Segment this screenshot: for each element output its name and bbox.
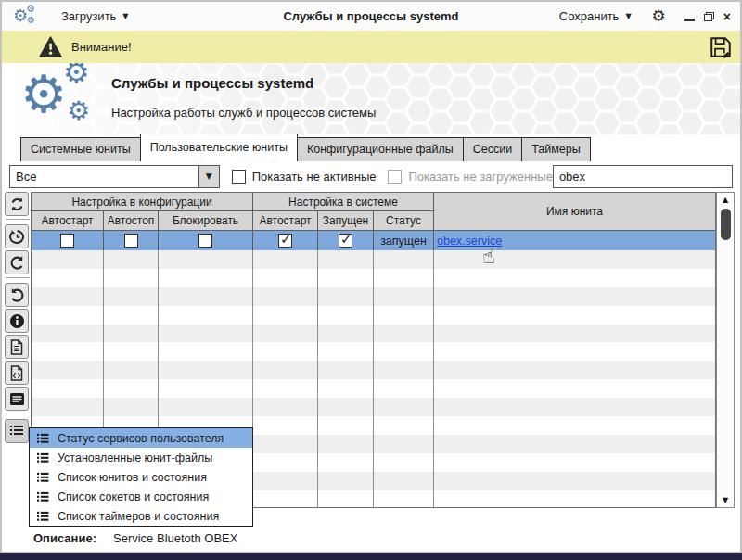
column-header-running-sys: Запущен [318,211,374,231]
window-title: Службы и процессы systemd [187,9,555,23]
autostart-cfg-checkbox[interactable] [60,234,74,248]
hand-cursor-icon: ☝ [482,246,495,267]
unit-row[interactable]: запущен obex.service [32,231,715,250]
group-header-system: Настройка в системе [253,193,434,211]
toolbar-separator [6,219,30,220]
minimize-button[interactable] [684,11,695,21]
toolbar-separator [6,414,30,414]
table-row-empty [32,306,715,325]
list-menu-icon [9,425,24,438]
settings-gear-icon[interactable]: ⚙ [652,8,666,24]
table-row-empty [32,325,715,343]
description-value: Service Bluetoth OBEX [113,531,237,545]
tab-system-units[interactable]: Системные юниты [20,137,141,161]
undo-icon [9,287,25,303]
systemd-gears-logo: ⚙⚙⚙ [20,63,113,134]
title-bar: ⚙⚙⚙ Загрузить ▼ Службы и процессы system… [2,2,740,32]
config-file-button[interactable] [5,335,29,359]
menu-item-user-services-status[interactable]: Статус сервисов пользователя [30,428,252,448]
menu-item-sockets-and-states[interactable]: Список сокетов и состояния [30,487,252,506]
description-label: Описание: [33,531,113,545]
undo-button[interactable] [5,283,29,307]
tab-bar: Системные юниты Пользовательские юниты К… [20,134,740,161]
menu-item-timers-and-states[interactable]: Список таймеров и состояния [30,506,252,526]
warning-triangle-icon [39,36,62,57]
maximize-button[interactable] [704,12,714,21]
menu-item-label: Установленные юнит-файлы [58,452,212,465]
info-icon [9,313,25,329]
unit-source-button[interactable] [5,361,29,385]
table-row-empty [32,287,715,306]
menu-item-label: Список сокетов и состояния [58,490,209,503]
table-row-empty [32,342,715,361]
list-icon [36,491,49,503]
status-lists-button[interactable] [5,419,29,443]
app-header: ⚙⚙⚙ Службы и процессы systemd Настройка … [2,63,740,134]
tab-config-files[interactable]: Конфигурационные файлы [297,137,464,161]
table-header: Настройка в конфигурации Настройка в сис… [32,193,715,231]
column-header-autostop-cfg: Автостоп [104,211,159,231]
menu-item-label: Статус сервисов пользователя [58,432,224,445]
redo-icon [9,255,25,271]
column-header-autostart-cfg: Автостарт [32,211,104,231]
description-row: Описание: Service Bluetoth OBEX [33,531,237,545]
toolbar-separator [6,277,30,278]
autostop-cfg-checkbox[interactable] [124,234,138,248]
save-menu-label: Сохранить [559,9,620,23]
table-row-empty [32,250,715,269]
list-icon [36,433,49,444]
scroll-up-button[interactable]: ▲ [717,193,734,207]
load-menu-button[interactable]: Загрузить ▼ [56,6,134,27]
autostart-sys-checkbox[interactable] [278,234,292,248]
load-menu-label: Загрузить [61,9,116,23]
app-gears-icon: ⚙⚙⚙ [13,6,41,28]
tab-sessions[interactable]: Сессии [463,137,522,161]
table-row-empty [32,269,715,287]
status-value: запущен [380,235,427,248]
document-code-icon [9,365,24,381]
filter-bar: Все ▼ Показать не активные Показать не з… [9,165,733,188]
table-row-empty [32,361,715,379]
tab-timers[interactable]: Таймеры [521,137,591,161]
page-title: Службы и процессы systemd [111,75,313,91]
close-button[interactable]: × [723,9,731,24]
restore-history-button[interactable] [5,224,29,248]
table-row-empty [32,398,715,416]
table-row-empty [32,379,715,398]
scroll-down-button[interactable]: ▼ [717,493,734,507]
redo-button[interactable] [5,250,29,274]
unit-filter-combobox[interactable]: Все ▼ [9,165,220,188]
status-lists-menu: Статус сервисов пользователя Установленн… [29,427,253,527]
info-button[interactable] [5,309,29,333]
desktop-strip [0,553,742,560]
show-inactive-checkbox[interactable] [232,170,246,184]
refresh-button[interactable] [5,192,29,216]
running-sys-checkbox[interactable] [339,234,352,248]
chevron-down-icon: ▼ [625,13,631,20]
column-header-status: Статус [374,211,434,231]
list-icon [36,511,49,522]
journal-button[interactable] [5,387,29,411]
refresh-icon [9,197,25,212]
left-toolbar [5,192,31,445]
save-all-button[interactable] [709,35,733,59]
scrollbar-thumb[interactable] [721,209,731,240]
table-scrollbar[interactable]: ▲ ▼ [716,192,735,508]
warning-label: Внимание! [71,40,132,54]
save-menu-button[interactable]: Сохранить ▼ [554,6,637,27]
search-input[interactable] [553,165,733,188]
combobox-arrow-icon[interactable]: ▼ [198,166,219,187]
show-unloaded-checkbox[interactable] [388,170,402,184]
show-unloaded-label: Показать не загруженные [408,170,552,184]
app-window: ⚙⚙⚙ Загрузить ▼ Службы и процессы system… [0,0,742,554]
menu-item-installed-unit-files[interactable]: Установленные юнит-файлы [30,448,252,467]
menu-item-units-and-states[interactable]: Список юнитов и состояния [30,467,252,487]
tab-user-units[interactable]: Пользовательские юниты [140,134,298,161]
journal-icon [9,392,25,406]
menu-item-label: Список юнитов и состояния [58,471,207,484]
list-icon [36,452,49,464]
block-cfg-checkbox[interactable] [198,234,212,248]
show-inactive-label: Показать не активные [252,170,377,184]
warning-bar: Внимание! [2,31,740,63]
minimize-icon [684,19,695,21]
